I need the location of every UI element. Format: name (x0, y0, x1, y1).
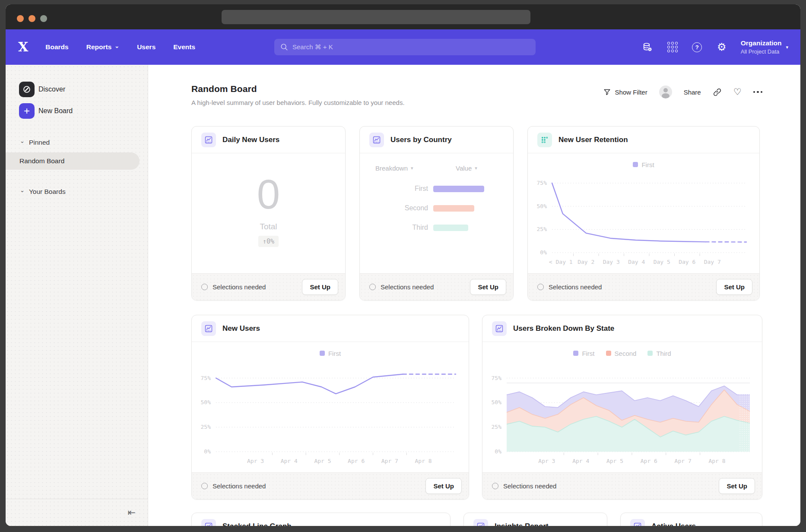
svg-text:Apr 4: Apr 4 (281, 458, 298, 464)
legend-label: Third (656, 350, 671, 357)
legend-item[interactable]: First (573, 350, 594, 357)
mixpanel-logo-icon[interactable]: X (18, 41, 28, 54)
page-title: Random Board (191, 84, 405, 94)
zoom-window-button[interactable] (40, 15, 47, 22)
breakdown-row-label: Second (360, 204, 428, 212)
favorite-heart-icon[interactable]: ♡ (733, 87, 742, 97)
nav-item-boards[interactable]: Boards (45, 43, 68, 51)
chart-legend: FirstSecondThird (482, 349, 762, 358)
svg-text:< Day 1: < Day 1 (549, 259, 573, 265)
sidebar-item-new-board[interactable]: + New Board (6, 101, 148, 120)
apps-grid-dots (667, 42, 678, 52)
close-window-button[interactable] (17, 15, 24, 22)
set-up-button[interactable]: Set Up (302, 279, 338, 295)
svg-text:25%: 25% (201, 424, 211, 430)
svg-text:75%: 75% (492, 375, 502, 381)
minimize-window-button[interactable] (29, 15, 35, 22)
card-body: First75%50%25%0%< Day 1Day 2Day 3Day 4Da… (528, 153, 759, 273)
page-subtitle: A high-level summary of user behaviors. … (191, 99, 405, 106)
breakdown-dropdown[interactable]: Breakdown▾ (375, 165, 413, 172)
search-input[interactable]: Search ⌘ + K (274, 39, 536, 55)
status-text: Selections needed (213, 283, 266, 291)
retention-grid-icon (537, 133, 552, 147)
legend-item[interactable]: First (633, 161, 654, 168)
chevron-down-icon: ⌄ (20, 140, 25, 143)
value-dropdown[interactable]: Value▾ (456, 165, 477, 172)
copy-link-icon[interactable] (713, 88, 722, 97)
set-up-button[interactable]: Set Up (716, 279, 752, 295)
org-project: All Project Data (741, 48, 782, 55)
legend-item[interactable]: First (320, 350, 341, 357)
card-header: Stacked Line Graph (192, 513, 450, 526)
card-users-by-country: Users by Country Breakdown▾ Value▾ First… (359, 126, 514, 301)
sidebar-section-pinned[interactable]: ⌄ Pinned (6, 139, 148, 146)
svg-text:25%: 25% (537, 226, 547, 232)
url-bar[interactable] (222, 10, 530, 24)
set-up-button[interactable]: Set Up (425, 478, 462, 494)
help-icon[interactable]: ? (692, 41, 703, 53)
nav-item-reports[interactable]: Reports ⌄ (86, 43, 119, 51)
sidebar-footer: ⇤ (6, 499, 148, 526)
nav-item-users[interactable]: Users (137, 43, 155, 51)
settings-gear-icon[interactable]: ⚙ (716, 41, 727, 53)
card-new-user-retention: New User Retention First75%50%25%0%< Day… (527, 126, 760, 301)
insights-chart-icon (630, 519, 645, 526)
sidebar-item-random-board-selected[interactable]: Random Board (6, 152, 140, 170)
card-title: Active Users (651, 522, 696, 526)
card-footer: Selections needed Set Up (192, 472, 469, 499)
org-switcher[interactable]: Organization All Project Data ▾ (741, 39, 788, 55)
status-circle-icon (537, 284, 544, 290)
svg-text:0%: 0% (495, 448, 501, 455)
apps-grid-icon[interactable] (667, 41, 678, 53)
legend-label: First (641, 161, 654, 168)
app-window: X Boards Reports ⌄ Users Events Search ⌘… (6, 4, 800, 526)
status-text: Selections needed (381, 283, 434, 291)
breakdown-row: Second (360, 204, 513, 212)
insights-chart-icon (369, 133, 384, 147)
card-body: FirstSecondThird75%50%25%0%Apr 3Apr 4Apr… (482, 342, 762, 472)
chart-plot: 75%50%25%0%Apr 3Apr 4Apr 5Apr 6Apr 7Apr … (192, 358, 469, 472)
svg-text:Day 4: Day 4 (628, 259, 645, 265)
svg-text:Apr 4: Apr 4 (572, 458, 589, 464)
nav-right-actions: ? ⚙ Organization All Project Data ▾ (642, 39, 788, 55)
collapse-sidebar-icon[interactable]: ⇤ (128, 508, 136, 517)
svg-text:50%: 50% (201, 399, 211, 405)
set-up-button[interactable]: Set Up (719, 478, 755, 494)
nav-menu: Boards Reports ⌄ Users Events (45, 43, 195, 51)
svg-text:Day 3: Day 3 (603, 259, 620, 265)
card-header: New User Retention (528, 127, 759, 153)
svg-text:25%: 25% (492, 424, 502, 430)
svg-text:Apr 5: Apr 5 (314, 458, 331, 464)
chart-legend: First (528, 160, 759, 169)
breakdown-bar (433, 186, 484, 192)
card-body: First75%50%25%0%Apr 3Apr 4Apr 5Apr 6Apr … (192, 342, 469, 472)
retention-chart: First75%50%25%0%< Day 1Day 2Day 3Day 4Da… (528, 153, 759, 273)
search-icon (280, 43, 288, 51)
show-filter-button[interactable]: Show Filter (603, 88, 647, 96)
chevron-down-icon: ⌄ (114, 44, 119, 48)
share-button[interactable]: Share (684, 89, 701, 96)
sidebar-section-your-boards[interactable]: ⌄ Your Boards (6, 188, 148, 196)
sidebar-item-discover[interactable]: Discover (6, 80, 148, 99)
data-settings-icon[interactable] (642, 41, 654, 53)
svg-text:Apr 8: Apr 8 (708, 458, 725, 464)
gear-icon: ⚙ (717, 42, 727, 52)
legend-item[interactable]: Third (647, 350, 671, 357)
new_users-svg: 75%50%25%0%Apr 3Apr 4Apr 5Apr 6Apr 7Apr … (192, 358, 469, 472)
cards-row-3: Stacked Line Graph Insights Report (191, 513, 762, 526)
svg-text:Apr 5: Apr 5 (606, 458, 623, 464)
card-header: Users Broken Down By State (482, 315, 762, 342)
card-footer: Selections needed Set Up (192, 273, 345, 300)
svg-text:50%: 50% (492, 399, 502, 405)
legend-swatch-icon (573, 351, 578, 356)
cards-row-2: New Users First75%50%25%0%Apr 3Apr 4Apr … (191, 315, 762, 500)
section-label: Pinned (29, 139, 50, 146)
more-options-icon[interactable] (753, 91, 763, 93)
search-placeholder: Search ⌘ + K (292, 43, 333, 51)
nav-item-events[interactable]: Events (173, 43, 195, 51)
svg-text:Apr 7: Apr 7 (381, 458, 398, 464)
avatar[interactable] (659, 86, 672, 98)
legend-item[interactable]: Second (606, 350, 637, 357)
org-name: Organization (741, 39, 782, 47)
set-up-button[interactable]: Set Up (470, 279, 506, 295)
